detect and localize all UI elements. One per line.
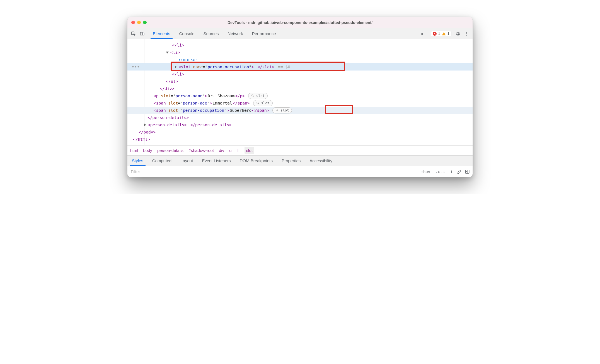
slot-reveal-pill[interactable]: slot bbox=[248, 93, 268, 99]
titlebar: DevTools - mdn.github.io/web-components-… bbox=[127, 17, 473, 28]
error-icon: ✕ bbox=[433, 32, 437, 36]
breadcrumb-item[interactable]: html bbox=[130, 148, 138, 153]
tab-console[interactable]: Console bbox=[175, 28, 199, 39]
traffic-lights bbox=[131, 21, 147, 24]
svg-rect-9 bbox=[458, 173, 459, 173]
close-icon[interactable] bbox=[131, 21, 135, 24]
tree-row[interactable]: </ul> bbox=[127, 78, 473, 85]
tree-row[interactable]: •••<slot name="person-occupation">…</slo… bbox=[127, 63, 473, 71]
window-title: DevTools - mdn.github.io/web-components-… bbox=[228, 20, 372, 25]
tree-row[interactable]: </div> bbox=[127, 85, 473, 92]
devtools-window: DevTools - mdn.github.io/web-components-… bbox=[127, 17, 473, 177]
tree-row[interactable]: <span slot="person-age">Immortal</span>s… bbox=[127, 100, 473, 107]
slot-reveal-pill[interactable]: slot bbox=[253, 100, 273, 106]
gear-icon[interactable] bbox=[455, 31, 460, 36]
tree-row[interactable]: </person-details> bbox=[127, 114, 473, 121]
inspect-icon[interactable] bbox=[131, 31, 136, 36]
warning-icon bbox=[442, 32, 446, 35]
breadcrumb-item[interactable]: #shadow-root bbox=[188, 148, 214, 153]
tree-row[interactable]: <person-details>…</person-details> bbox=[127, 121, 473, 128]
device-toggle-icon[interactable] bbox=[140, 31, 145, 36]
subtab-computed[interactable]: Computed bbox=[148, 156, 176, 166]
overflow-tabs-icon[interactable]: » bbox=[416, 30, 427, 37]
breadcrumb-item[interactable]: li bbox=[238, 148, 239, 153]
tree-row[interactable]: </li> bbox=[127, 71, 473, 78]
tree-row[interactable]: </body> bbox=[127, 128, 473, 136]
maximize-icon[interactable] bbox=[143, 21, 147, 24]
styles-subtabs: StylesComputedLayoutEvent ListenersDOM B… bbox=[127, 155, 473, 166]
panel-toggle-icon[interactable] bbox=[465, 169, 470, 174]
tree-row[interactable]: </html> bbox=[127, 136, 473, 143]
breadcrumb-item[interactable]: body bbox=[143, 148, 152, 153]
paintbrush-icon[interactable] bbox=[457, 169, 462, 174]
kebab-icon[interactable] bbox=[464, 31, 469, 36]
plus-button[interactable]: + bbox=[449, 168, 454, 175]
tab-network[interactable]: Network bbox=[223, 28, 248, 39]
minimize-icon[interactable] bbox=[137, 21, 141, 24]
svg-point-3 bbox=[466, 32, 467, 33]
elements-panel[interactable]: </li><li>::marker•••<slot name="person-o… bbox=[127, 39, 473, 145]
svg-point-4 bbox=[466, 33, 467, 34]
tab-performance[interactable]: Performance bbox=[248, 28, 280, 39]
svg-point-5 bbox=[466, 35, 467, 35]
subtab-dom-breakpoints[interactable]: DOM Breakpoints bbox=[235, 156, 277, 166]
slot-reveal-pill[interactable]: slot bbox=[272, 107, 292, 113]
subtab-styles[interactable]: Styles bbox=[127, 156, 148, 166]
breadcrumb: htmlbodyperson-details#shadow-rootdivull… bbox=[127, 145, 473, 155]
subtab-accessibility[interactable]: Accessibility bbox=[305, 156, 337, 166]
styles-filter-bar: :hov .cls + bbox=[127, 166, 473, 177]
tree-row[interactable]: </li> bbox=[127, 42, 473, 49]
cls-button[interactable]: .cls bbox=[434, 169, 446, 174]
subtab-layout[interactable]: Layout bbox=[176, 156, 197, 166]
tab-elements[interactable]: Elements bbox=[148, 28, 175, 39]
tree-row[interactable]: <p slot="person-name">Dr. Shazaam</p>slo… bbox=[127, 92, 473, 100]
breadcrumb-item[interactable]: ul bbox=[229, 148, 233, 153]
issue-counter[interactable]: ✕1 1 bbox=[431, 31, 451, 36]
hov-button[interactable]: :hov bbox=[420, 169, 432, 174]
tree-row[interactable]: ::marker bbox=[127, 56, 473, 63]
tab-sources[interactable]: Sources bbox=[199, 28, 223, 39]
toolbar: ElementsConsoleSourcesNetworkPerformance… bbox=[127, 28, 473, 39]
svg-rect-2 bbox=[142, 33, 144, 35]
warning-count: 1 bbox=[447, 31, 449, 36]
error-count: 1 bbox=[438, 31, 440, 36]
breadcrumb-item[interactable]: slot bbox=[245, 147, 254, 154]
breadcrumb-item[interactable]: div bbox=[219, 148, 224, 153]
subtab-event-listeners[interactable]: Event Listeners bbox=[197, 156, 235, 166]
tree-row[interactable]: <span slot="person-occupation">Superhero… bbox=[127, 107, 473, 114]
filter-input[interactable] bbox=[127, 166, 417, 177]
breadcrumb-item[interactable]: person-details bbox=[157, 148, 183, 153]
tree-row[interactable]: <li> bbox=[127, 49, 473, 56]
subtab-properties[interactable]: Properties bbox=[277, 156, 305, 166]
